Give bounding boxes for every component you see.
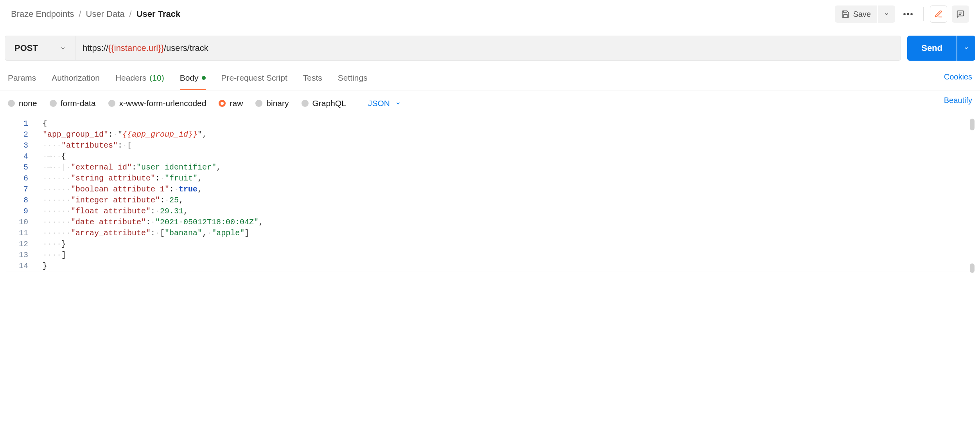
json-bool: true bbox=[179, 184, 197, 195]
body-type-raw[interactable]: raw bbox=[219, 99, 243, 108]
tab-params[interactable]: Params bbox=[8, 69, 36, 90]
divider bbox=[923, 7, 924, 21]
line-number: 8 bbox=[23, 196, 28, 205]
header-actions: Save ••• bbox=[835, 5, 969, 23]
json-string: "banana" bbox=[165, 228, 202, 239]
json-key: "attributes" bbox=[61, 140, 118, 151]
line-number: 13 bbox=[19, 251, 28, 260]
request-body-editor[interactable]: 1{ 2"app_group_id":·"{{app_group_id}}", … bbox=[5, 118, 975, 272]
more-actions-button[interactable]: ••• bbox=[900, 5, 917, 23]
request-url-input[interactable]: https://{{instance.url}}/users/track bbox=[75, 43, 901, 53]
body-type-form-data[interactable]: form-data bbox=[50, 99, 96, 108]
tab-body[interactable]: Body bbox=[180, 69, 206, 90]
json-template-var: {{app_group_id}} bbox=[122, 129, 197, 140]
radio-icon bbox=[255, 100, 262, 107]
chevron-down-icon bbox=[60, 45, 66, 51]
send-button[interactable]: Send bbox=[907, 36, 957, 61]
tab-settings[interactable]: Settings bbox=[338, 69, 368, 90]
json-string: "2021-05012T18:00:04Z" bbox=[155, 217, 258, 228]
pencil-icon bbox=[934, 10, 943, 18]
tab-label: Tests bbox=[303, 73, 322, 83]
edit-button[interactable] bbox=[930, 5, 947, 23]
unsaved-dot-icon bbox=[202, 76, 206, 80]
scrollbar-thumb[interactable] bbox=[970, 263, 975, 273]
tab-label: Pre-request Script bbox=[221, 73, 287, 83]
json-key: "date_attribute" bbox=[71, 217, 146, 228]
tab-tests[interactable]: Tests bbox=[303, 69, 322, 90]
line-number: 4 bbox=[23, 152, 28, 161]
send-label: Send bbox=[921, 43, 942, 53]
save-button[interactable]: Save bbox=[835, 5, 877, 23]
chevron-down-icon bbox=[395, 101, 401, 106]
save-icon bbox=[841, 10, 850, 18]
request-tabs: Params Authorization Headers (10) Body P… bbox=[8, 69, 368, 90]
beautify-link[interactable]: Beautify bbox=[944, 96, 972, 110]
body-type-none[interactable]: none bbox=[8, 99, 37, 108]
json-key: "external_id" bbox=[71, 162, 132, 173]
json-key: "boolean_attribute_1" bbox=[71, 184, 169, 195]
line-number: 11 bbox=[19, 229, 28, 238]
line-number: 14 bbox=[19, 261, 28, 270]
url-prefix: https:// bbox=[83, 43, 108, 53]
send-dropdown-button[interactable] bbox=[957, 36, 975, 61]
tab-prerequest[interactable]: Pre-request Script bbox=[221, 69, 287, 90]
chevron-down-icon bbox=[884, 11, 889, 17]
tab-label: Headers bbox=[115, 73, 146, 83]
tab-headers[interactable]: Headers (10) bbox=[115, 69, 164, 90]
breadcrumb-root[interactable]: Braze Endpoints bbox=[11, 9, 74, 19]
save-label: Save bbox=[853, 10, 871, 19]
option-label: form-data bbox=[61, 99, 96, 108]
line-number: 3 bbox=[23, 141, 28, 150]
option-label: GraphQL bbox=[312, 99, 346, 108]
line-number: 6 bbox=[23, 174, 28, 183]
chevron-down-icon bbox=[964, 45, 969, 51]
comment-icon bbox=[956, 10, 965, 18]
line-number: 5 bbox=[23, 163, 28, 172]
cookies-link[interactable]: Cookies bbox=[944, 72, 972, 87]
tab-label: Body bbox=[180, 73, 199, 83]
body-type-graphql[interactable]: GraphQL bbox=[302, 99, 346, 108]
radio-icon bbox=[302, 100, 309, 107]
line-number: 12 bbox=[19, 240, 28, 249]
breadcrumb: Braze Endpoints / User Data / User Track bbox=[11, 9, 180, 19]
method-label: POST bbox=[14, 43, 38, 53]
tab-label: Settings bbox=[338, 73, 368, 83]
scrollbar-thumb[interactable] bbox=[970, 119, 975, 130]
json-number: 25 bbox=[169, 195, 179, 206]
json-number: 29.31 bbox=[160, 206, 183, 217]
json-key: "string_attribute" bbox=[71, 173, 155, 184]
tab-label: Authorization bbox=[52, 73, 100, 83]
line-number: 2 bbox=[23, 130, 28, 139]
json-string: "apple" bbox=[212, 228, 244, 239]
json-key: "integer_attribute" bbox=[71, 195, 160, 206]
http-method-select[interactable]: POST bbox=[5, 36, 75, 60]
body-type-binary[interactable]: binary bbox=[255, 99, 289, 108]
line-number: 10 bbox=[19, 218, 28, 227]
line-number: 7 bbox=[23, 185, 28, 194]
option-label: x-www-form-urlencoded bbox=[119, 99, 206, 108]
tab-authorization[interactable]: Authorization bbox=[52, 69, 100, 90]
breadcrumb-section[interactable]: User Data bbox=[86, 9, 125, 19]
url-variable: {{instance.url}} bbox=[108, 43, 164, 53]
option-label: binary bbox=[266, 99, 289, 108]
body-language-select[interactable]: JSON bbox=[368, 99, 401, 108]
body-type-options: none form-data x-www-form-urlencoded raw… bbox=[8, 99, 401, 108]
breadcrumb-current: User Track bbox=[136, 9, 181, 19]
json-key: "app_group_id" bbox=[43, 129, 108, 140]
radio-icon bbox=[219, 100, 226, 107]
comments-button[interactable] bbox=[952, 5, 969, 23]
radio-icon bbox=[108, 100, 115, 107]
language-label: JSON bbox=[368, 99, 390, 108]
line-number: 9 bbox=[23, 207, 28, 216]
radio-icon bbox=[8, 100, 15, 107]
url-suffix: /users/track bbox=[164, 43, 208, 53]
body-type-urlencoded[interactable]: x-www-form-urlencoded bbox=[108, 99, 206, 108]
url-bar: POST https://{{instance.url}}/users/trac… bbox=[5, 36, 901, 61]
save-dropdown-button[interactable] bbox=[878, 5, 895, 23]
json-key: "array_attribute" bbox=[71, 228, 151, 239]
radio-icon bbox=[50, 100, 57, 107]
tab-label: Params bbox=[8, 73, 36, 83]
json-key: "float_attribute" bbox=[71, 206, 151, 217]
option-label: none bbox=[19, 99, 37, 108]
json-string: "user_identifier" bbox=[136, 162, 216, 173]
